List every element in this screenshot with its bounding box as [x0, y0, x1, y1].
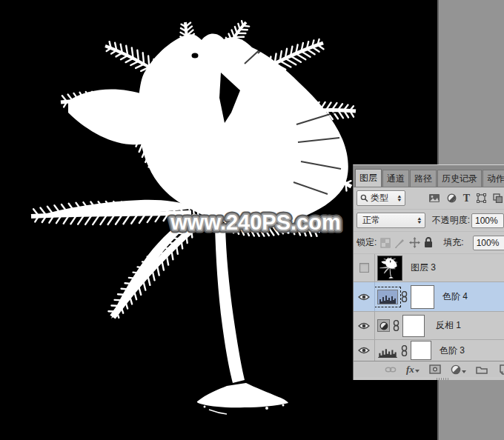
layers-panel: 图层 通道 路径 历史记录 动作 类型 ▲▼	[353, 164, 504, 380]
eye-icon	[358, 322, 370, 330]
chevron-down-icon	[415, 370, 420, 373]
lock-row: 锁定:	[354, 232, 504, 254]
filter-type-icon[interactable]: T	[463, 193, 470, 204]
visibility-toggle-off[interactable]	[354, 254, 375, 281]
opacity-field[interactable]: 100%	[471, 213, 504, 228]
chevron-down-icon	[462, 370, 466, 373]
layer-thumbnail[interactable]	[377, 256, 402, 281]
visibility-toggle-on[interactable]	[354, 312, 375, 339]
panel-footer-toolbar: fx	[354, 361, 504, 377]
lock-label: 锁定:	[357, 236, 377, 249]
visibility-toggle-on[interactable]	[354, 282, 375, 311]
link-layers-button[interactable]	[385, 366, 397, 373]
tab-actions[interactable]: 动作	[483, 170, 504, 187]
histogram-icon	[379, 292, 397, 304]
eye-icon	[358, 293, 370, 301]
filter-row: 类型 ▲▼ T	[354, 187, 504, 210]
watermark: www.240PS.com www.240PS.com www.240PS.co…	[170, 210, 340, 234]
layer-name: 图层 3	[411, 261, 436, 274]
histogram-icon	[378, 345, 397, 358]
new-page-icon	[497, 364, 504, 375]
invert-adjustment-icon[interactable]	[377, 319, 390, 332]
tab-paths[interactable]: 路径	[410, 170, 437, 187]
levels-adjustment-icon[interactable]	[377, 290, 398, 304]
adjustment-circle-icon	[451, 364, 461, 375]
spinner-arrows-icon: ▲▼	[397, 195, 402, 202]
layer-mask-thumbnail[interactable]	[402, 315, 425, 337]
lock-transparency-icon[interactable]	[380, 238, 391, 248]
blend-mode-dropdown[interactable]: 正常 ▲▼	[357, 213, 425, 228]
layer-row-levels4[interactable]: 色阶 4	[354, 282, 504, 312]
lock-position-icon[interactable]	[409, 237, 420, 248]
filter-kind-value: 类型	[368, 192, 397, 204]
spinner-arrows-icon: ▲▼	[417, 217, 422, 224]
svg-text:www.240PS.com: www.240PS.com	[170, 210, 340, 234]
search-icon	[360, 194, 368, 202]
filter-kind-dropdown[interactable]: 类型 ▲▼	[357, 190, 405, 206]
fill-label: 填充:	[443, 236, 463, 249]
layer-list: 图层 3	[354, 254, 504, 361]
fx-icon: fx	[406, 364, 414, 374]
new-layer-button[interactable]	[497, 364, 504, 375]
fill-field[interactable]: 100%	[473, 236, 504, 250]
panel-resize-grip[interactable]	[354, 377, 504, 380]
filter-smart-object-icon[interactable]	[493, 193, 503, 203]
layer-style-button[interactable]: fx	[406, 364, 420, 374]
new-adjustment-layer-button[interactable]	[451, 364, 466, 375]
filter-adjustment-icon[interactable]	[447, 193, 457, 203]
tab-channels[interactable]: 通道	[382, 170, 409, 187]
visibility-checkbox-icon	[359, 263, 369, 273]
panel-tab-bar: 图层 通道 路径 历史记录 动作	[354, 165, 504, 187]
new-group-button[interactable]	[476, 365, 488, 374]
layer-row-invert1[interactable]: 反相 1	[354, 312, 504, 340]
layer-row-levels3[interactable]: 色阶 3	[354, 340, 504, 361]
eye-icon	[358, 347, 370, 354]
layer-mask-thumbnail[interactable]	[411, 285, 434, 309]
tab-layers[interactable]: 图层	[355, 169, 382, 187]
tab-history[interactable]: 历史记录	[437, 170, 482, 187]
folder-icon	[476, 365, 488, 374]
layer-name: 反相 1	[436, 319, 461, 332]
layer-row-tulayer3[interactable]: 图层 3	[354, 254, 504, 282]
blend-mode-value: 正常	[360, 214, 417, 227]
opacity-label: 不透明度:	[432, 214, 470, 227]
add-mask-button[interactable]	[429, 364, 441, 374]
lock-all-icon[interactable]	[424, 237, 433, 248]
photoshop-workspace: www.240PS.com www.240PS.com www.240PS.co…	[0, 0, 504, 440]
link-mask-icon[interactable]	[401, 345, 408, 356]
filter-pixel-layer-icon[interactable]	[428, 193, 440, 203]
chain-link-icon	[385, 366, 397, 373]
blend-row: 正常 ▲▼ 不透明度: 100%	[354, 210, 504, 232]
link-mask-icon[interactable]	[393, 320, 399, 331]
levels-adjustment-icon[interactable]	[377, 343, 398, 358]
layer-name: 色阶 4	[442, 290, 468, 303]
link-mask-icon[interactable]	[401, 291, 408, 302]
add-mask-icon	[429, 364, 441, 374]
filter-shape-icon[interactable]	[477, 193, 486, 203]
layer-mask-thumbnail[interactable]	[411, 341, 431, 360]
layer-name: 色阶 3	[440, 344, 465, 357]
lock-paint-brush-icon[interactable]	[394, 238, 405, 248]
visibility-toggle-on[interactable]	[354, 340, 375, 361]
invert-circle-icon	[379, 321, 388, 330]
